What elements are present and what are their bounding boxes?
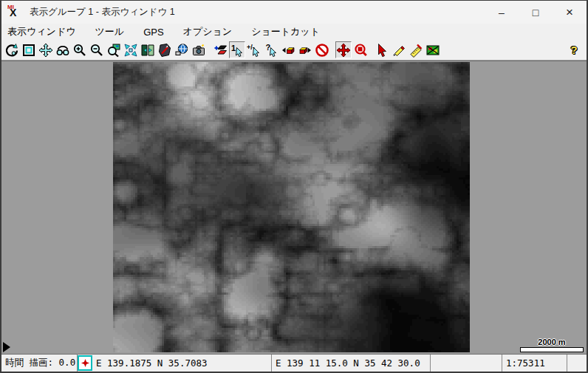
select-single-label: 1 bbox=[231, 44, 236, 52]
zoom-in-icon bbox=[72, 43, 87, 58]
statusbar: 時間 描画: 0.0 E 139.1875 N 35.7083 E 139 11… bbox=[1, 354, 587, 372]
menu-options[interactable]: オプション bbox=[183, 24, 233, 40]
add-layer-button[interactable] bbox=[212, 41, 228, 58]
previous-view-icon bbox=[55, 43, 70, 58]
prev-object-button[interactable] bbox=[280, 41, 296, 58]
zoom-1to1-button[interactable] bbox=[106, 41, 122, 58]
geotoolbox-button[interactable] bbox=[425, 41, 441, 58]
toggle-select-button[interactable]: +/- bbox=[246, 41, 262, 58]
zoom-extents-button[interactable] bbox=[123, 41, 139, 58]
select-single-icon: 1 bbox=[230, 43, 245, 58]
scalebar-bar bbox=[520, 347, 584, 352]
legend-sash-button[interactable] bbox=[3, 342, 10, 352]
split-view-button[interactable] bbox=[140, 41, 156, 58]
snapshot-button[interactable] bbox=[191, 41, 207, 58]
next-object-icon bbox=[298, 43, 312, 58]
snapshot-icon bbox=[191, 43, 206, 58]
add-layer-icon bbox=[213, 43, 228, 58]
locator-button[interactable] bbox=[174, 41, 190, 58]
menu-display-window[interactable]: 表示ウィンドウ bbox=[7, 24, 76, 40]
caption-buttons: – □ × bbox=[485, 1, 587, 24]
measure-icon bbox=[408, 43, 423, 58]
redraw-icon bbox=[4, 43, 19, 58]
zoom-box-icon bbox=[353, 43, 368, 58]
menu-gps[interactable]: GPS bbox=[143, 25, 163, 39]
app-logo-icon: MI X bbox=[6, 4, 25, 21]
menubar: 表示ウィンドウ ツール GPS オプション ショートカット bbox=[1, 24, 587, 40]
prev-object-icon bbox=[281, 43, 295, 58]
titlebar: MI X 表示グループ 1 - 表示ウィンドウ 1 – □ × bbox=[1, 1, 587, 24]
redraw-button[interactable] bbox=[4, 41, 20, 58]
status-end bbox=[567, 355, 587, 372]
north-arrow-button[interactable] bbox=[157, 41, 173, 58]
toolbar: 1 +/- ? ? bbox=[1, 40, 587, 61]
scalebar-label: 2000 m bbox=[520, 338, 584, 346]
zoom-out-icon bbox=[89, 43, 104, 58]
help-icon: ? bbox=[570, 44, 577, 56]
maximize-button[interactable]: □ bbox=[519, 1, 553, 24]
status-cursor-dms: E 139 11 15.0 N 35 42 30.0 bbox=[272, 355, 431, 372]
split-view-icon bbox=[140, 43, 155, 58]
scalebar: 2000 m bbox=[520, 338, 584, 352]
select-single-button[interactable]: 1 bbox=[229, 41, 245, 58]
sketch-icon bbox=[392, 43, 406, 58]
map-viewport: 2000 m bbox=[1, 61, 587, 354]
menu-shortcuts[interactable]: ショートカット bbox=[251, 24, 320, 40]
status-empty bbox=[440, 355, 502, 372]
pan-tool-icon bbox=[336, 43, 351, 58]
position-marker-button[interactable] bbox=[78, 355, 92, 371]
status-spacer bbox=[431, 355, 440, 372]
north-arrow-icon bbox=[157, 43, 172, 58]
logo-x-text: X bbox=[10, 7, 16, 18]
next-object-button[interactable] bbox=[297, 41, 313, 58]
status-map-scale[interactable]: 1:75311 bbox=[502, 355, 567, 372]
identify-button[interactable]: ? bbox=[263, 41, 279, 58]
zoom-full-icon bbox=[106, 43, 121, 58]
pan-icon bbox=[38, 43, 53, 58]
status-cursor-coords: E 139.1875 N 35.7083 bbox=[92, 355, 272, 372]
close-button[interactable]: × bbox=[553, 1, 587, 24]
full-extent-icon bbox=[21, 43, 36, 58]
disable-icon bbox=[315, 43, 329, 58]
disable-tool-button[interactable] bbox=[314, 41, 330, 58]
zoom-box-tool-button[interactable] bbox=[352, 41, 369, 58]
locator-globe-icon bbox=[174, 43, 189, 58]
previous-view-button[interactable] bbox=[55, 41, 71, 58]
pan-button[interactable] bbox=[38, 41, 54, 58]
zoom-out-button[interactable] bbox=[89, 41, 105, 58]
menu-tools[interactable]: ツール bbox=[95, 24, 125, 40]
help-button[interactable]: ? bbox=[566, 41, 582, 58]
identify-label: ? bbox=[266, 43, 271, 52]
minimize-button[interactable]: – bbox=[485, 1, 519, 24]
map-canvas[interactable] bbox=[113, 62, 470, 352]
pointer-tool-button[interactable] bbox=[374, 41, 390, 58]
zoom-in-button[interactable] bbox=[72, 41, 88, 58]
measure-tool-button[interactable] bbox=[408, 41, 424, 58]
geotoolbox-icon bbox=[425, 43, 440, 58]
app-window: MI X 表示グループ 1 - 表示ウィンドウ 1 – □ × 表示ウィンドウ … bbox=[0, 0, 588, 373]
full-view-button[interactable] bbox=[21, 41, 37, 58]
zoom-extents-icon bbox=[123, 43, 138, 58]
toggle-select-icon: +/- bbox=[247, 43, 261, 58]
identify-icon: ? bbox=[264, 43, 278, 58]
window-title: 表示グループ 1 - 表示ウィンドウ 1 bbox=[30, 6, 175, 18]
pan-tool-button[interactable] bbox=[335, 41, 352, 58]
sketch-tool-button[interactable] bbox=[391, 41, 407, 58]
status-time: 時間 描画: 0.0 bbox=[1, 355, 78, 372]
position-marker-icon bbox=[81, 358, 90, 368]
pointer-tool-icon bbox=[375, 43, 389, 58]
